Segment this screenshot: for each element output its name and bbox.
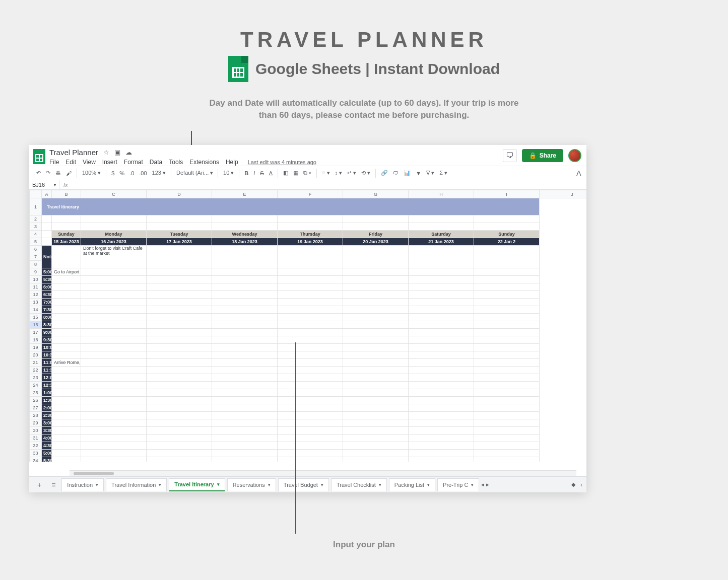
plan-cell[interactable]: [52, 314, 81, 321]
plan-cell[interactable]: [147, 404, 212, 412]
plan-cell[interactable]: [147, 374, 212, 382]
plan-cell[interactable]: [52, 382, 81, 389]
menu-edit[interactable]: Edit: [65, 159, 76, 166]
row-header[interactable]: 20: [30, 351, 42, 359]
row-header[interactable]: 28: [30, 412, 42, 419]
plan-cell[interactable]: [52, 283, 81, 291]
plan-cell[interactable]: [52, 344, 81, 351]
plan-cell[interactable]: [147, 283, 212, 291]
plan-cell[interactable]: [474, 367, 540, 374]
plan-cell[interactable]: [52, 336, 81, 344]
plan-cell[interactable]: [474, 329, 540, 336]
plan-cell[interactable]: [81, 450, 147, 457]
plan-cell[interactable]: [212, 321, 278, 329]
plan-cell[interactable]: [212, 419, 278, 427]
plan-cell[interactable]: [278, 450, 343, 457]
plan-cell[interactable]: [81, 457, 147, 462]
plan-cell[interactable]: [52, 351, 81, 359]
plan-cell[interactable]: [343, 382, 409, 389]
chart-button[interactable]: 📊: [402, 168, 413, 178]
plan-cell[interactable]: [278, 374, 343, 382]
document-title[interactable]: Travel Planner: [49, 148, 98, 157]
plan-cell[interactable]: [409, 389, 474, 397]
row-header[interactable]: 29: [30, 419, 42, 427]
sheet-tab[interactable]: Reservations▾: [227, 478, 276, 491]
plan-cell[interactable]: [278, 457, 343, 462]
plan-cell[interactable]: [212, 351, 278, 359]
row-header[interactable]: 24: [30, 382, 42, 389]
plan-cell[interactable]: [343, 283, 409, 291]
text-color-button[interactable]: A: [267, 169, 275, 178]
h-align-button[interactable]: ≡ ▾: [320, 168, 332, 178]
plan-cell[interactable]: [147, 427, 212, 434]
plan-cell[interactable]: [409, 359, 474, 367]
plan-cell[interactable]: [81, 374, 147, 382]
fill-color-button[interactable]: ◧: [281, 168, 290, 178]
sheet-tab[interactable]: Travel Information▾: [106, 478, 167, 491]
col-header-B[interactable]: B: [52, 190, 81, 198]
plan-cell[interactable]: [52, 457, 81, 462]
plan-cell[interactable]: [409, 306, 474, 314]
plan-cell[interactable]: [81, 329, 147, 336]
plan-cell[interactable]: [52, 412, 81, 419]
plan-cell[interactable]: [343, 299, 409, 306]
plan-cell[interactable]: [409, 268, 474, 276]
plan-cell[interactable]: [343, 397, 409, 404]
plan-cell[interactable]: [343, 419, 409, 427]
plan-cell[interactable]: [474, 283, 540, 291]
plan-cell[interactable]: [212, 442, 278, 450]
plan-cell[interactable]: [278, 434, 343, 442]
plan-cell[interactable]: [212, 299, 278, 306]
plan-cell[interactable]: [52, 367, 81, 374]
plan-cell[interactable]: [212, 359, 278, 367]
name-box[interactable]: BJ16▾: [29, 180, 59, 189]
grid[interactable]: ABCDEFGHIJ1Travel Itinerary234SundayMond…: [29, 190, 586, 462]
plan-cell[interactable]: [212, 314, 278, 321]
plan-cell[interactable]: [409, 419, 474, 427]
tab-menu-caret-icon[interactable]: ▾: [427, 482, 430, 487]
plan-cell[interactable]: [147, 412, 212, 419]
plan-cell[interactable]: [343, 427, 409, 434]
functions-button[interactable]: Σ ▾: [437, 168, 449, 178]
account-avatar[interactable]: [568, 149, 581, 162]
col-header-H[interactable]: H: [409, 190, 474, 198]
plan-cell[interactable]: [343, 367, 409, 374]
plan-cell[interactable]: [81, 427, 147, 434]
font-size-select[interactable]: 10 ▾: [221, 168, 236, 178]
row-header[interactable]: 14: [30, 306, 42, 314]
plan-cell[interactable]: [81, 299, 147, 306]
last-edit-link[interactable]: Last edit was 4 minutes ago: [248, 159, 316, 165]
plan-cell[interactable]: [343, 374, 409, 382]
plan-cell[interactable]: [474, 374, 540, 382]
plan-cell[interactable]: [474, 450, 540, 457]
plan-cell[interactable]: [409, 351, 474, 359]
italic-button[interactable]: I: [251, 169, 257, 178]
plan-cell[interactable]: [212, 344, 278, 351]
plan-cell[interactable]: [409, 314, 474, 321]
plan-cell[interactable]: [212, 367, 278, 374]
plan-cell[interactable]: [278, 359, 343, 367]
row-header[interactable]: 34: [30, 457, 42, 462]
link-button[interactable]: 🔗: [379, 168, 390, 178]
plan-cell[interactable]: [147, 389, 212, 397]
plan-cell[interactable]: [147, 397, 212, 404]
row-header[interactable]: 33: [30, 450, 42, 457]
comment-button[interactable]: 🗨: [391, 169, 401, 178]
plan-cell[interactable]: [52, 427, 81, 434]
plan-cell[interactable]: [409, 450, 474, 457]
plan-cell[interactable]: [81, 291, 147, 299]
plan-cell[interactable]: [212, 389, 278, 397]
plan-cell[interactable]: [81, 442, 147, 450]
plan-cell[interactable]: [474, 359, 540, 367]
row-header[interactable]: 17: [30, 329, 42, 336]
tab-menu-caret-icon[interactable]: ▾: [379, 482, 381, 487]
cloud-icon[interactable]: ☁: [125, 149, 132, 156]
plan-cell[interactable]: [81, 434, 147, 442]
rotate-button[interactable]: ⟲ ▾: [359, 168, 372, 178]
plan-cell[interactable]: [81, 276, 147, 283]
plan-cell[interactable]: [147, 367, 212, 374]
plan-cell[interactable]: [52, 299, 81, 306]
plan-cell[interactable]: [212, 306, 278, 314]
plan-cell[interactable]: [278, 321, 343, 329]
plan-cell[interactable]: [52, 389, 81, 397]
